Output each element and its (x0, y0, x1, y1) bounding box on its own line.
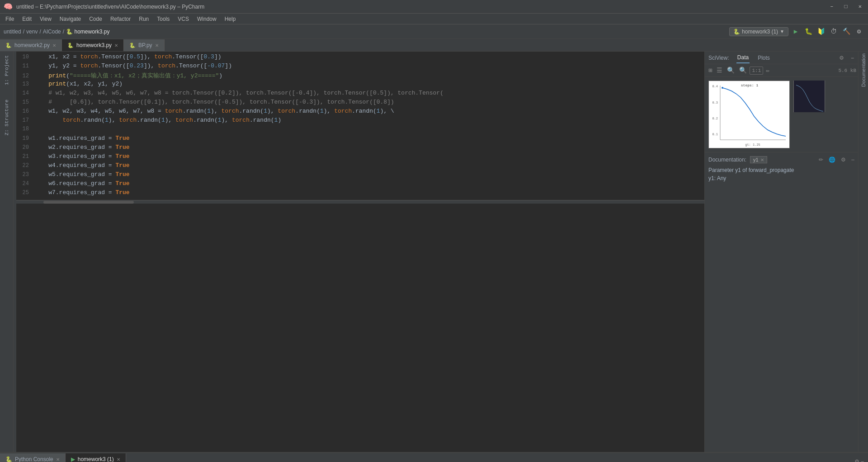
tab-icon-homework3: 🐍 (67, 43, 74, 48)
build-button[interactable]: 🔨 (841, 26, 852, 37)
python-console-tab-label: Python Console (15, 456, 53, 462)
grid-icon[interactable]: ⊞ (707, 66, 714, 75)
minimize-button[interactable]: – (827, 3, 836, 11)
homework3-run-tab-icon: ▶ (71, 456, 75, 462)
tab-data[interactable]: Data (736, 52, 750, 63)
bottom-tabs: 🐍 Python Console ✕ ▶ homework3 (1) ✕ ⚙ – (0, 453, 868, 462)
run-configuration[interactable]: 🐍 homework3 (1) ▼ (729, 27, 788, 36)
menu-view[interactable]: View (36, 15, 55, 23)
sciview-minimize-icon[interactable]: – (851, 54, 854, 62)
menu-refactor[interactable]: Refactor (107, 15, 134, 23)
tab-label-bp: BP.py (138, 42, 152, 48)
python-console-tab-close[interactable]: ✕ (56, 457, 60, 462)
zoom-out-icon[interactable]: 🔍 (725, 66, 736, 75)
breadcrumb-aicode[interactable]: AICode (43, 29, 61, 35)
doc-browser-icon[interactable]: 🌐 (829, 157, 835, 163)
svg-text:0.1: 0.1 (712, 133, 718, 136)
run-config-label: homework3 (1) (742, 29, 778, 35)
project-icon[interactable]: 1: Project (3, 53, 10, 87)
edit-icon[interactable]: ✏ (764, 66, 771, 75)
sciview-settings-icon[interactable]: ⚙ (840, 54, 843, 62)
documentation-vert-label[interactable]: Documentation (860, 52, 867, 89)
code-line-24: 24 w6.requires_grad = True (16, 180, 704, 189)
coverage-button[interactable]: 🔰 (816, 26, 826, 37)
tab-python-console[interactable]: 🐍 Python Console ✕ (0, 453, 66, 462)
python-console-tab-icon: 🐍 (5, 456, 12, 462)
run-button[interactable]: ▶ (790, 26, 801, 37)
tab-plots[interactable]: Plots (757, 53, 771, 63)
menu-navigate[interactable]: Navigate (56, 15, 85, 23)
thumb-svg (794, 81, 825, 112)
right-panel-toolbar: ⊞ ☰ 🔍 🔍 1:1 ✏ 5.6 kB (705, 64, 858, 77)
menu-code[interactable]: Code (85, 15, 106, 23)
code-line-10: 10 x1, x2 = torch.Tensor([0.5]), torch.T… (16, 53, 704, 62)
file-tabs: 🐍 homework2.py ✕ 🐍 homework3.py ✕ 🐍 BP.p… (0, 39, 868, 52)
tab-icon-homework2: 🐍 (5, 43, 12, 48)
doc-edit-icon[interactable]: ✏ (819, 157, 823, 163)
bottom-minimize-icon[interactable]: – (861, 458, 864, 462)
code-line-22: 22 w4.requires_grad = True (16, 162, 704, 171)
breadcrumb-sep2: / (39, 29, 41, 35)
breadcrumb-file[interactable]: 🐍 homework3.py (66, 29, 109, 35)
plot-svg: steps: 1 0.4 0.3 0.2 0.1 gt: 1.25 (709, 81, 790, 148)
menu-vcs[interactable]: VCS (174, 15, 193, 23)
bottom-settings-icon: ⚙ (855, 457, 859, 462)
doc-settings-icon[interactable]: ⚙ (841, 157, 846, 163)
homework3-run-tab-close[interactable]: ✕ (117, 457, 120, 462)
toolbar: untitled / venv / AICode / 🐍 homework3.p… (0, 24, 868, 39)
tab-close-bp[interactable]: ✕ (155, 43, 159, 48)
right-panel-tabs: SciView: Data Plots ⚙ – (705, 52, 858, 64)
maximize-button[interactable]: □ (842, 3, 850, 11)
breadcrumb-project[interactable]: untitled (4, 29, 21, 35)
tab-label-homework3: homework3.py (76, 42, 112, 48)
debug-button[interactable]: 🐛 (803, 26, 814, 37)
close-button[interactable]: ✕ (856, 2, 864, 11)
thumbnail-plot[interactable] (793, 81, 825, 112)
menu-file[interactable]: File (2, 15, 18, 23)
svg-text:0.4: 0.4 (712, 85, 718, 88)
code-editor[interactable]: 10 x1, x2 = torch.Tensor([0.5]), torch.T… (14, 52, 704, 452)
editor-area: 10 x1, x2 = torch.Tensor([0.5]), torch.T… (14, 52, 704, 452)
profile-button[interactable]: ⏱ (828, 26, 839, 37)
svg-text:0.2: 0.2 (712, 117, 718, 120)
menu-window[interactable]: Window (193, 15, 220, 23)
code-line-25: 25 w7.requires_grad = True (16, 189, 704, 198)
tab-close-homework3[interactable]: ✕ (114, 43, 118, 48)
structure-icon[interactable]: Z: Structure (3, 98, 10, 137)
zoom-reset-label[interactable]: 1:1 (750, 67, 763, 75)
table-icon[interactable]: ☰ (715, 66, 724, 75)
tab-bp[interactable]: 🐍 BP.py ✕ (124, 39, 164, 51)
breadcrumb-venv[interactable]: venv (26, 29, 38, 35)
run-config-dropdown-icon: ▼ (780, 29, 784, 34)
settings-button[interactable]: ⚙ (854, 26, 864, 37)
doc-minimize-icon[interactable]: – (851, 157, 854, 163)
plot-area: steps: 1 0.4 0.3 0.2 0.1 gt: 1.25 (705, 77, 858, 152)
zoom-in-icon[interactable]: 🔍 (737, 66, 749, 75)
tab-close-homework2[interactable]: ✕ (52, 43, 56, 48)
doc-tab-close[interactable]: ✕ (760, 157, 764, 162)
code-line-12: 12 print("=====输入值：x1, x2；真实输出值：y1, y2==… (16, 71, 704, 81)
menu-tools[interactable]: Tools (153, 15, 173, 23)
tab-homework2[interactable]: 🐍 homework2.py ✕ (0, 39, 62, 51)
svg-rect-0 (709, 81, 790, 148)
bottom-panel-settings[interactable]: ⚙ – (851, 457, 868, 462)
code-line-11: 11 y1, y2 = torch.Tensor([0.23]), torch.… (16, 62, 704, 71)
menu-help[interactable]: Help (221, 15, 240, 23)
file-size-label: 5.6 kB (838, 68, 856, 73)
far-right-strip: Documentation (858, 52, 868, 452)
main-plot[interactable]: steps: 1 0.4 0.3 0.2 0.1 gt: 1.25 (708, 81, 790, 148)
doc-tab[interactable]: y1 ✕ (750, 156, 767, 163)
doc-text-line2: y1: Any (708, 174, 854, 182)
menu-edit[interactable]: Edit (19, 15, 35, 23)
tab-homework3-run[interactable]: ▶ homework3 (1) ✕ (66, 453, 126, 462)
tab-homework3[interactable]: 🐍 homework3.py ✕ (62, 39, 124, 51)
code-line-14: 14 # w1, w2, w3, w4, w5, w6, w7, w8 = to… (16, 90, 704, 99)
code-line-20: 20 w2.requires_grad = True (16, 144, 704, 153)
code-line-16: 16 w1, w2, w3, w4, w5, w6, w7, w8 = torc… (16, 108, 704, 117)
svg-text:0.3: 0.3 (712, 101, 718, 105)
menu-run[interactable]: Run (135, 15, 152, 23)
code-line-15: 15 # [0.6]), torch.Tensor([0.1]), torch.… (16, 99, 704, 108)
right-panel: SciView: Data Plots ⚙ – ⊞ ☰ 🔍 🔍 1:1 ✏ 5.… (704, 52, 858, 452)
main-area: 1: Project Z: Structure 10 x1, x2 = torc… (0, 52, 868, 452)
doc-tab-label: y1 (753, 157, 759, 162)
